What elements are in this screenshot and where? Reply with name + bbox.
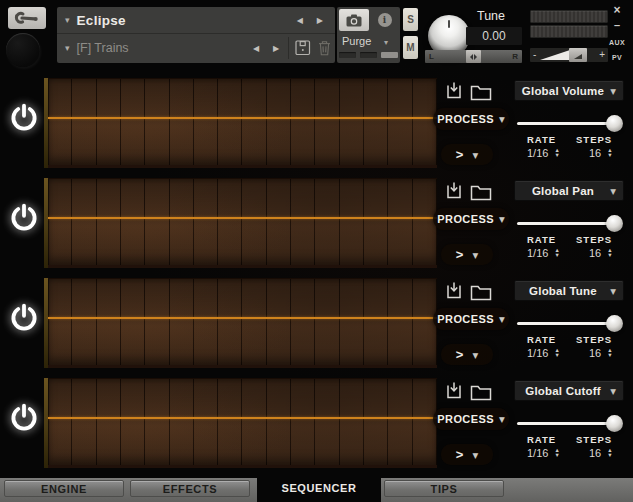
- delete-button[interactable]: [318, 40, 333, 57]
- load-pattern-button[interactable]: [470, 84, 492, 101]
- tune-value[interactable]: 0.00: [466, 27, 522, 45]
- steps-stepper[interactable]: 16 ▴ ▾: [589, 147, 612, 159]
- stepper-arrows-icon[interactable]: ▴ ▾: [555, 248, 558, 258]
- step-sequencer-grid[interactable]: [48, 178, 437, 268]
- next-instrument-icon[interactable]: ▶: [317, 16, 323, 25]
- slider-track: [517, 222, 618, 225]
- stepper-down-icon[interactable]: ▾: [555, 453, 558, 458]
- rate-stepper[interactable]: 1/16 ▴ ▾: [527, 447, 559, 459]
- process-menu-button[interactable]: PROCESS ▼: [433, 108, 509, 130]
- mod-target-select[interactable]: Global Volume ▼: [514, 80, 624, 101]
- save-pattern-button[interactable]: [444, 281, 464, 302]
- rate-stepper[interactable]: 1/16 ▴ ▾: [527, 147, 559, 159]
- prev-instrument-icon[interactable]: ◀: [297, 16, 303, 25]
- save-pattern-button[interactable]: [444, 81, 464, 102]
- stepper-arrows-icon[interactable]: ▴ ▾: [555, 448, 558, 458]
- tab-effects[interactable]: EFFECTS: [130, 480, 250, 497]
- process-menu-button[interactable]: PROCESS ▼: [433, 208, 509, 230]
- edit-instrument-button[interactable]: [8, 7, 46, 29]
- pan-handle[interactable]: [466, 50, 481, 63]
- mod-target-select[interactable]: Global Cutoff ▼: [514, 380, 624, 401]
- stepper-down-icon[interactable]: ▾: [608, 253, 611, 258]
- row-power-button[interactable]: [7, 202, 41, 236]
- stepper-down-icon[interactable]: ▾: [608, 153, 611, 158]
- process-menu-button[interactable]: PROCESS ▼: [433, 408, 509, 430]
- tab-tips[interactable]: TIPS: [384, 480, 504, 497]
- pv-button[interactable]: PV: [612, 54, 622, 61]
- steps-stepper[interactable]: 16 ▴ ▾: [589, 447, 612, 459]
- step-sequencer-grid[interactable]: [48, 378, 437, 468]
- stepper-down-icon[interactable]: ▾: [555, 253, 558, 258]
- mod-target-select[interactable]: Global Pan ▼: [514, 180, 624, 201]
- volume-minus-label[interactable]: -: [533, 49, 536, 60]
- steps-value: 16: [589, 447, 601, 459]
- steps-stepper[interactable]: 16 ▴ ▾: [589, 247, 612, 259]
- pan-slider[interactable]: L R: [425, 50, 522, 63]
- purge-menu[interactable]: Purge: [342, 35, 371, 47]
- save-pattern-button[interactable]: [444, 381, 464, 402]
- stepper-down-icon[interactable]: ▾: [555, 353, 558, 358]
- mod-amount-slider[interactable]: [517, 214, 623, 232]
- save-pattern-button[interactable]: [444, 181, 464, 202]
- steps-stepper[interactable]: 16 ▴ ▾: [589, 347, 612, 359]
- aux-button[interactable]: AUX: [609, 39, 625, 46]
- rate-value: 1/16: [527, 347, 548, 359]
- pan-handle-icon: [474, 54, 477, 60]
- load-pattern-button[interactable]: [470, 284, 492, 301]
- save-button[interactable]: [295, 40, 312, 57]
- solo-button[interactable]: S: [403, 8, 418, 31]
- step-advance-button[interactable]: > ▼: [441, 144, 493, 165]
- download-icon: [444, 281, 464, 302]
- memory-leds: [339, 52, 398, 58]
- step-sequencer-grid[interactable]: [48, 278, 437, 368]
- stepper-arrows-icon[interactable]: ▴ ▾: [555, 348, 558, 358]
- stepper-arrows-icon[interactable]: ▴ ▾: [608, 148, 611, 158]
- slider-knob[interactable]: [606, 215, 623, 232]
- minimize-icon[interactable]: –: [614, 20, 620, 30]
- slider-knob[interactable]: [606, 315, 623, 332]
- process-menu-button[interactable]: PROCESS ▼: [433, 308, 509, 330]
- mod-amount-slider[interactable]: [517, 314, 623, 332]
- mod-amount-slider[interactable]: [517, 414, 623, 432]
- rate-stepper[interactable]: 1/16 ▴ ▾: [527, 347, 559, 359]
- mod-target-select[interactable]: Global Tune ▼: [514, 280, 624, 301]
- rate-stepper[interactable]: 1/16 ▴ ▾: [527, 247, 559, 259]
- chevron-down-icon[interactable]: ▾: [384, 38, 388, 47]
- close-icon[interactable]: ×: [613, 4, 620, 16]
- step-advance-button[interactable]: > ▼: [441, 344, 493, 365]
- step-advance-button[interactable]: > ▼: [441, 444, 493, 465]
- advance-arrow-label: >: [456, 248, 464, 261]
- stepper-down-icon[interactable]: ▾: [608, 453, 611, 458]
- snapshot-view-button[interactable]: [339, 9, 369, 31]
- next-patch-icon[interactable]: ▶: [273, 44, 279, 53]
- chevron-down-icon: ▼: [472, 151, 478, 160]
- load-pattern-button[interactable]: [470, 384, 492, 401]
- mute-button[interactable]: M: [403, 36, 418, 59]
- load-pattern-button[interactable]: [470, 184, 492, 201]
- tab-engine[interactable]: ENGINE: [4, 480, 124, 497]
- prev-patch-icon[interactable]: ◀: [253, 44, 259, 53]
- patch-name: [F] Trains: [77, 41, 129, 55]
- mod-target-value: Global Volume: [522, 85, 616, 97]
- slider-knob[interactable]: [606, 415, 623, 432]
- slider-knob[interactable]: [606, 115, 623, 132]
- volume-handle[interactable]: [569, 48, 587, 62]
- stepper-arrows-icon[interactable]: ▴ ▾: [555, 148, 558, 158]
- step-sequencer-grid[interactable]: [48, 78, 437, 168]
- tab-sequencer[interactable]: SEQUENCER: [257, 478, 381, 502]
- stepper-arrows-icon[interactable]: ▴ ▾: [608, 248, 611, 258]
- stepper-arrows-icon[interactable]: ▴ ▾: [608, 448, 611, 458]
- volume-slider[interactable]: - +: [530, 48, 608, 62]
- row-power-button[interactable]: [7, 102, 41, 136]
- mod-amount-slider[interactable]: [517, 114, 623, 132]
- stepper-down-icon[interactable]: ▾: [608, 353, 611, 358]
- stepper-down-icon[interactable]: ▾: [555, 153, 558, 158]
- row-power-button[interactable]: [7, 302, 41, 336]
- stepper-arrows-icon[interactable]: ▴ ▾: [608, 348, 611, 358]
- row-power-button[interactable]: [7, 402, 41, 436]
- pan-handle-icon: [470, 54, 473, 60]
- chevron-down-icon[interactable]: ▾: [65, 43, 70, 53]
- info-button[interactable]: i: [371, 9, 398, 31]
- step-advance-button[interactable]: > ▼: [441, 244, 493, 265]
- chevron-down-icon[interactable]: ▾: [65, 15, 70, 25]
